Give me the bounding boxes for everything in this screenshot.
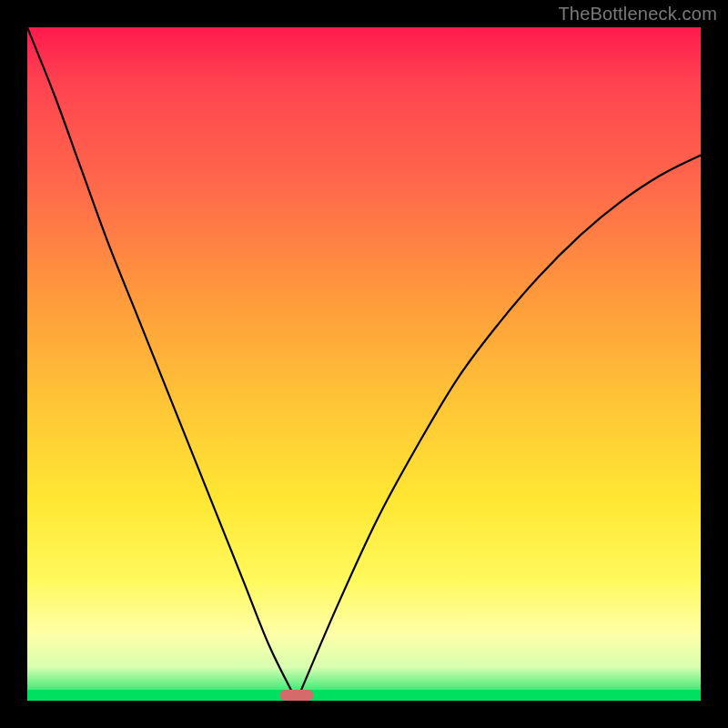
curve-right-branch bbox=[297, 156, 701, 701]
chart-frame: TheBottleneck.com bbox=[0, 0, 728, 728]
watermark-text: TheBottleneck.com bbox=[558, 4, 717, 25]
curve-layer bbox=[27, 27, 701, 701]
baseline-strip bbox=[27, 690, 701, 701]
curve-left-branch bbox=[27, 27, 297, 701]
plot-area bbox=[27, 27, 701, 701]
notch-marker bbox=[280, 690, 314, 701]
